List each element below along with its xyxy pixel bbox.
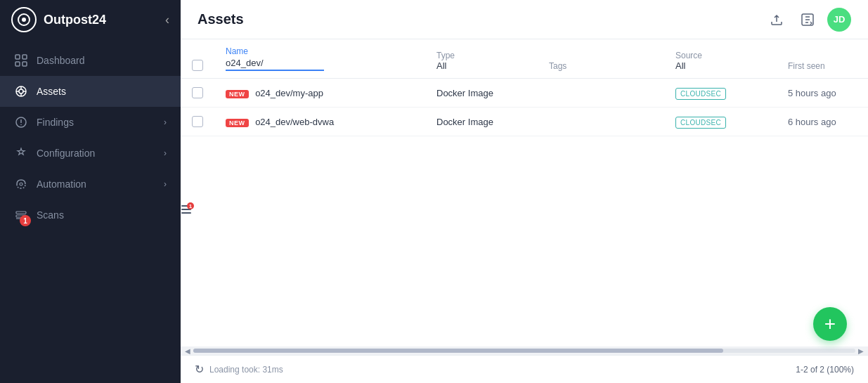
th-tags: Tags (538, 39, 664, 79)
logo-text: Outpost24 (44, 13, 106, 27)
footer-left-area: ↻ Loading took: 31ms (195, 363, 283, 376)
configuration-icon (14, 146, 28, 160)
sidebar-nav: Dashboard Assets (0, 39, 181, 383)
row2-source-cell: CLOUDSEC (664, 108, 777, 136)
row1-tags-cell (538, 79, 664, 108)
table-row: NEW o24_dev/my-app Docker Image CLOUDSEC… (181, 79, 868, 108)
refresh-button[interactable]: ↻ (195, 363, 204, 376)
svg-rect-0 (15, 55, 20, 59)
sidebar-item-label-configuration: Configuration (37, 148, 155, 159)
row2-source-badge: CLOUDSEC (675, 117, 726, 129)
svg-point-12 (20, 124, 22, 126)
page-header: Assets JD (181, 0, 868, 39)
firstseen-column-label: First seen (788, 61, 864, 71)
svg-rect-1 (22, 55, 27, 59)
assets-table: Name Type All Tags Source All (181, 39, 868, 136)
logo-icon (11, 7, 37, 32)
sidebar-item-label-findings: Findings (37, 117, 155, 128)
sidebar-item-automation[interactable]: Automation › (0, 169, 181, 200)
row2-new-badge: NEW (226, 119, 249, 127)
svg-rect-3 (22, 62, 27, 66)
row1-checkbox-cell (181, 79, 214, 108)
scroll-track (193, 349, 855, 353)
row1-name-cell: NEW o24_dev/my-app (214, 79, 425, 108)
automation-icon (14, 177, 28, 191)
main-content: Assets JD (181, 0, 868, 383)
sidebar-item-dashboard[interactable]: Dashboard (0, 45, 181, 76)
sidebar: Outpost24 ‹ Dashboard (0, 0, 181, 383)
row2-name-cell: NEW o24_dev/web-dvwa (214, 108, 425, 136)
sidebar-item-label-automation: Automation (37, 178, 155, 190)
findings-arrow-icon: › (164, 117, 167, 127)
row2-tags-cell (538, 108, 664, 136)
sidebar-divider-indicator: 1 (181, 205, 191, 214)
configuration-arrow-icon: › (164, 148, 167, 158)
name-column-label: Name (226, 46, 248, 56)
type-filter-value: All (436, 60, 526, 71)
row1-asset-name[interactable]: o24_dev/my-app (255, 88, 323, 98)
row1-new-badge: NEW (226, 90, 249, 98)
row1-firstseen-cell: 5 hours ago (777, 79, 868, 108)
user-avatar[interactable]: JD (827, 8, 851, 32)
sidebar-item-scans[interactable]: Scans 1 (0, 200, 181, 231)
scroll-left-arrow[interactable]: ◀ (182, 347, 193, 355)
svg-point-5 (19, 89, 23, 93)
th-type: Type All (425, 39, 538, 79)
table-row: NEW o24_dev/web-dvwa Docker Image CLOUDS… (181, 108, 868, 136)
table-footer: ↻ Loading took: 31ms 1-2 of 2 (100%) (181, 355, 868, 383)
sidebar-item-findings[interactable]: Findings › (0, 107, 181, 138)
table-body: NEW o24_dev/my-app Docker Image CLOUDSEC… (181, 79, 868, 136)
dashboard-icon (14, 53, 28, 67)
page-title: Assets (197, 11, 244, 27)
scroll-thumb[interactable] (193, 349, 723, 353)
export-icon-button[interactable] (796, 8, 819, 31)
assets-table-container: Name Type All Tags Source All (181, 39, 868, 346)
row2-asset-name[interactable]: o24_dev/web-dvwa (255, 117, 334, 127)
row1-source-badge: CLOUDSEC (675, 88, 726, 100)
sidebar-item-label-assets: Assets (37, 86, 167, 97)
select-all-checkbox[interactable] (192, 60, 203, 71)
th-source: Source All (664, 39, 777, 79)
name-filter-input[interactable] (226, 56, 324, 71)
divider-line-3 (181, 212, 191, 214)
row1-type-cell: Docker Image (425, 79, 538, 108)
sidebar-item-assets[interactable]: Assets (0, 76, 181, 107)
source-filter-value: All (675, 60, 765, 71)
row1-firstseen-value: 5 hours ago (788, 88, 836, 98)
horizontal-scrollbar[interactable]: ◀ ▶ (181, 346, 868, 355)
th-name: Name (214, 39, 425, 79)
svg-rect-14 (16, 212, 26, 214)
th-checkbox (181, 39, 214, 79)
logo: Outpost24 (11, 7, 106, 32)
findings-icon (14, 115, 28, 129)
sidebar-logo-area: Outpost24 ‹ (0, 0, 181, 39)
tags-column-label: Tags (549, 61, 653, 71)
row1-checkbox[interactable] (192, 87, 203, 98)
add-fab-button[interactable]: + (813, 307, 847, 341)
row2-firstseen-value: 6 hours ago (788, 117, 836, 127)
type-column-label: Type (436, 51, 526, 60)
row1-source-cell: CLOUDSEC (664, 79, 777, 108)
row2-checkbox[interactable] (192, 116, 203, 127)
row2-checkbox-cell (181, 108, 214, 136)
scroll-right-arrow[interactable]: ▶ (855, 347, 867, 355)
sidebar-item-label-scans: Scans (37, 209, 167, 221)
upload-icon-button[interactable] (765, 8, 788, 31)
sidebar-collapse-button[interactable]: ‹ (165, 13, 169, 27)
source-column-label: Source (675, 51, 765, 60)
table-header-row: Name Type All Tags Source All (181, 39, 868, 79)
svg-rect-2 (15, 62, 20, 66)
row2-type-cell: Docker Image (425, 108, 538, 136)
automation-arrow-icon: › (164, 179, 167, 189)
scans-notification-badge: 1 (20, 215, 31, 226)
header-actions: JD (765, 8, 851, 32)
assets-icon (14, 84, 28, 98)
row2-firstseen-cell: 6 hours ago (777, 108, 868, 136)
th-firstseen: First seen (777, 39, 868, 79)
loading-text: Loading took: 31ms (209, 365, 283, 375)
pagination-stats: 1-2 of 2 (100%) (796, 365, 854, 375)
name-filter-label: Name (226, 46, 414, 56)
sidebar-item-label-dashboard: Dashboard (37, 55, 167, 66)
svg-point-13 (20, 183, 22, 186)
sidebar-item-configuration[interactable]: Configuration › (0, 138, 181, 169)
